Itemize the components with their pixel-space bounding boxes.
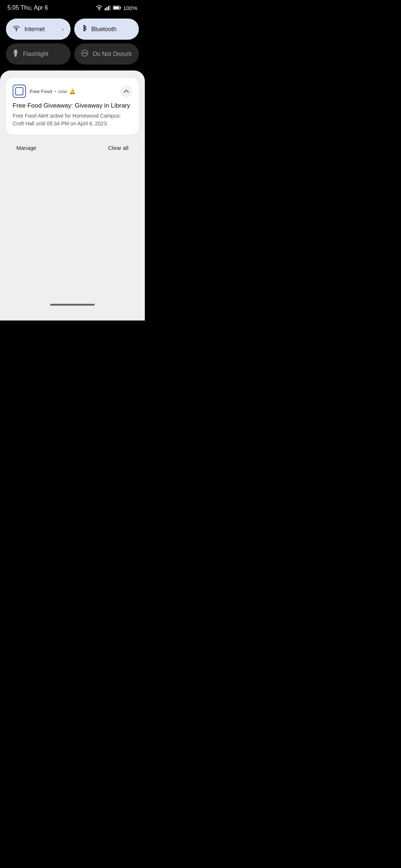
status-bar: 5:05 Thu, Apr 6 100%: [0, 0, 145, 14]
svg-point-0: [98, 10, 100, 11]
dnd-label: Do Not Disturb: [93, 51, 132, 57]
notif-app-name: Free Food: [30, 89, 52, 94]
svg-rect-3: [108, 6, 109, 10]
svg-rect-7: [120, 7, 121, 9]
bluetooth-label: Bluetooth: [91, 26, 132, 33]
qs-tile-dnd[interactable]: Do Not Disturb: [74, 43, 139, 65]
svg-rect-12: [15, 56, 16, 57]
notification-card: Free Food • now 🔔 Free Food Giveaway: Gi…: [6, 78, 139, 134]
qs-tile-bluetooth[interactable]: Bluetooth: [74, 19, 139, 40]
notif-app-icon: [13, 85, 26, 98]
bluetooth-icon: [81, 24, 87, 34]
flashlight-icon: [13, 49, 19, 59]
svg-marker-10: [13, 52, 18, 53]
status-icons: 100%: [96, 5, 137, 11]
battery-icon: [113, 6, 121, 10]
notif-header: Free Food • now 🔔: [13, 85, 132, 98]
home-indicator: [50, 304, 95, 306]
svg-rect-1: [105, 8, 106, 10]
notif-time: now: [58, 89, 67, 94]
qs-tile-flashlight[interactable]: Flashlight: [6, 43, 71, 65]
internet-icon: [13, 25, 20, 33]
svg-rect-11: [14, 53, 17, 56]
svg-rect-4: [110, 5, 111, 10]
dnd-icon: [81, 49, 88, 59]
notif-title: Free Food Giveaway: Giveaway in Library: [13, 102, 132, 110]
svg-rect-9: [14, 50, 17, 52]
svg-rect-2: [106, 7, 107, 10]
signal-icon: [105, 5, 111, 10]
quick-settings: Internet › Bluetooth Flashlight: [0, 14, 145, 70]
notif-meta: Free Food • now 🔔: [30, 88, 120, 94]
notif-bell-icon: 🔔: [69, 88, 75, 94]
clear-all-button[interactable]: Clear all: [98, 140, 139, 155]
notification-area: Free Food • now 🔔 Free Food Giveaway: Gi…: [0, 70, 145, 320]
wifi-icon: [96, 5, 102, 10]
notif-app-icon-inner: [15, 87, 23, 95]
battery-percent: 100%: [123, 5, 137, 11]
notif-body: Free Food Alert active for Homewood Camp…: [13, 112, 132, 128]
flashlight-label: Flashlight: [23, 51, 64, 57]
svg-rect-6: [113, 7, 119, 9]
qs-tile-internet[interactable]: Internet ›: [6, 19, 71, 40]
internet-arrow: ›: [62, 26, 64, 33]
internet-label: Internet: [25, 26, 58, 33]
notif-separator: •: [54, 89, 56, 94]
notif-collapse-button[interactable]: [120, 85, 132, 97]
status-time: 5:05 Thu, Apr 6: [7, 4, 48, 11]
svg-point-8: [16, 30, 17, 32]
notif-actions: Manage Clear all: [6, 140, 139, 155]
manage-button[interactable]: Manage: [6, 140, 47, 155]
